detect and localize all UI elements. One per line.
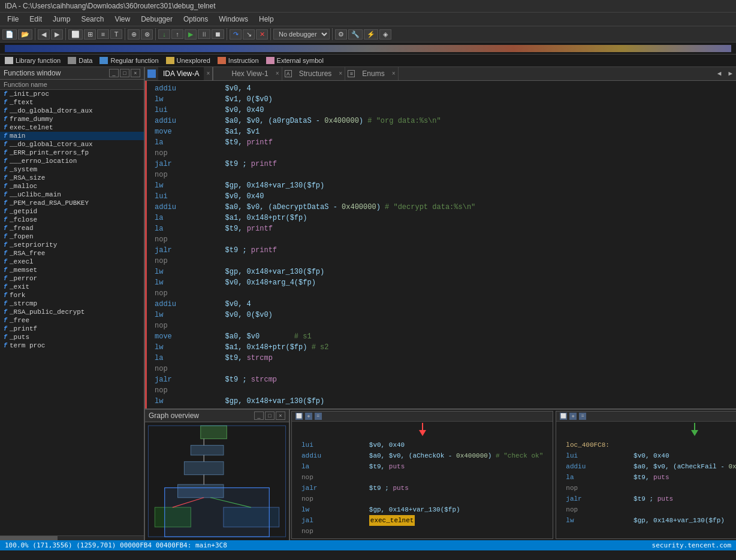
- func-item-main[interactable]: fmain: [0, 132, 144, 140]
- func-name: exec_telnet: [10, 124, 53, 131]
- tab-structures[interactable]: Structures: [294, 67, 337, 80]
- toolbar-back[interactable]: ◀: [38, 29, 50, 40]
- func-item[interactable]: f__do_global_ctors_aux: [0, 140, 144, 149]
- func-item[interactable]: ffork: [0, 291, 144, 299]
- mini-map[interactable]: [145, 422, 289, 540]
- toolbar-up[interactable]: ↑: [171, 29, 183, 39]
- func-item[interactable]: f_perror: [0, 274, 144, 283]
- toolbar-forward[interactable]: ▶: [51, 29, 63, 40]
- func-hscroll-thumb[interactable]: [0, 536, 58, 540]
- tab-scroll-right[interactable]: ▶: [725, 67, 736, 80]
- toolbar-list[interactable]: ≡: [97, 29, 109, 39]
- toolbar-new[interactable]: 📄: [2, 29, 17, 40]
- toolbar-step[interactable]: ↷: [230, 29, 242, 40]
- code-line: lui $v0, 0x40: [297, 440, 548, 450]
- func-item[interactable]: f_exit: [0, 283, 144, 291]
- graph-minimize[interactable]: _: [254, 411, 264, 420]
- func-item[interactable]: f_malloc: [0, 182, 144, 190]
- func-item[interactable]: f_puts: [0, 333, 144, 341]
- func-item[interactable]: f_RSA_public_decrypt: [0, 308, 144, 316]
- menu-debugger[interactable]: Debugger: [136, 14, 177, 25]
- func-item[interactable]: fframe_dummy: [0, 115, 144, 123]
- panel-close[interactable]: ×: [131, 69, 140, 77]
- tab-enums[interactable]: Enums: [357, 67, 389, 80]
- arrow-head-red: [419, 430, 426, 436]
- code-line: lw $v1, 0($v0): [150, 94, 736, 105]
- func-item[interactable]: f_init_proc: [0, 90, 144, 98]
- toolbar-xref2[interactable]: ⊗: [141, 29, 153, 40]
- func-item[interactable]: f_RSA_size: [0, 174, 144, 182]
- func-name: _RSA_public_decrypt: [10, 308, 85, 316]
- func-icon: f: [4, 259, 7, 265]
- func-item[interactable]: f_strcmp: [0, 299, 144, 308]
- func-item[interactable]: f_fread: [0, 224, 144, 232]
- menu-windows[interactable]: Windows: [214, 14, 253, 25]
- func-item[interactable]: f_printf: [0, 325, 144, 333]
- func-item[interactable]: f_execl: [0, 258, 144, 266]
- tab-ida-close[interactable]: ×: [204, 71, 212, 77]
- graph-close[interactable]: ×: [276, 411, 285, 420]
- func-item[interactable]: fterm proc: [0, 341, 144, 350]
- toolbar-red[interactable]: ✕: [256, 29, 268, 40]
- func-hscroll[interactable]: [0, 535, 144, 540]
- func-item[interactable]: f_setpriority: [0, 241, 144, 249]
- graph-float[interactable]: □: [265, 411, 275, 420]
- toolbar-hex[interactable]: ⬜: [68, 29, 83, 40]
- menu-edit[interactable]: Edit: [25, 14, 47, 25]
- func-item[interactable]: f_PEM_read_RSA_PUBKEY: [0, 199, 144, 207]
- func-item[interactable]: f_ERR_print_errors_fp: [0, 149, 144, 157]
- menu-jump[interactable]: Jump: [48, 14, 75, 25]
- toolbar-run[interactable]: ▶: [185, 29, 197, 40]
- panel-maximize[interactable]: □: [120, 69, 129, 77]
- func-item[interactable]: f_system: [0, 165, 144, 174]
- toolbar-misc2[interactable]: 🔧: [348, 29, 363, 40]
- func-name: _ftext: [10, 99, 34, 106]
- tab-enums-close[interactable]: ×: [390, 71, 398, 77]
- toolbar-graph[interactable]: ⊞: [84, 29, 96, 40]
- func-item[interactable]: f_free: [0, 316, 144, 325]
- mnem: lw: [566, 515, 602, 526]
- tab-struct-close[interactable]: ×: [336, 71, 345, 77]
- toolbar-down[interactable]: ↓: [158, 29, 170, 39]
- func-name: _strcmp: [10, 300, 37, 307]
- toolbar-text[interactable]: T: [110, 29, 122, 39]
- func-icon: f: [4, 175, 7, 181]
- toolbar-misc1[interactable]: ⚙: [335, 29, 347, 40]
- menu-options[interactable]: Options: [179, 14, 213, 25]
- func-name: ___errno_location: [10, 158, 77, 165]
- toolbar-xref[interactable]: ⊕: [128, 29, 140, 40]
- menu-help[interactable]: Help: [254, 14, 279, 25]
- func-item[interactable]: f_ftext: [0, 98, 144, 107]
- func-item[interactable]: f_fopen: [0, 232, 144, 241]
- menu-view[interactable]: View: [110, 14, 135, 25]
- debugger-select[interactable]: No debugger: [273, 29, 330, 40]
- toolbar-step2[interactable]: ↘: [243, 29, 255, 40]
- toolbar-misc3[interactable]: ⚡: [364, 29, 378, 40]
- func-item[interactable]: fexec_telnet: [0, 123, 144, 132]
- toolbar-misc4[interactable]: ◈: [379, 29, 391, 40]
- func-item[interactable]: f_memset: [0, 266, 144, 274]
- code-line: addiu $a0, $v0, (aDecryptDataS - 0x40000…: [150, 202, 736, 213]
- func-item[interactable]: f__uClibc_main: [0, 190, 144, 199]
- func-item[interactable]: f_RSA_free: [0, 249, 144, 258]
- ops: $a0, $v0, (a0rgDataS - 0x400000): [191, 116, 367, 126]
- func-item[interactable]: f_fclose: [0, 216, 144, 224]
- func-list[interactable]: f_init_proc f_ftext f__do_global_dtors_a…: [0, 90, 144, 535]
- menu-file[interactable]: File: [2, 14, 23, 25]
- func-item[interactable]: f___errno_location: [0, 157, 144, 165]
- tab-hex-close[interactable]: ×: [273, 71, 282, 77]
- main-code-view[interactable]: addiu $v0, 4 lw $v1, 0($v0) lui $v0, 0x4…: [145, 81, 736, 408]
- code-line: nop: [150, 288, 736, 299]
- tab-scroll-left[interactable]: ◀: [714, 67, 725, 80]
- toolbar-open[interactable]: 📂: [18, 29, 32, 40]
- func-item[interactable]: f_getpid: [0, 207, 144, 216]
- tab-ida-view[interactable]: IDA View-A: [158, 67, 204, 80]
- func-item[interactable]: f__do_global_dtors_aux: [0, 107, 144, 115]
- toolbar-pause[interactable]: ⏹: [212, 29, 224, 39]
- panel-minimize[interactable]: _: [109, 69, 119, 77]
- func-icon: f: [4, 242, 7, 249]
- toolbar-stop[interactable]: ⏸: [198, 29, 210, 39]
- tab-hex-view[interactable]: Hex View-1: [227, 67, 273, 80]
- func-name: _ERR_print_errors_fp: [10, 149, 89, 156]
- menu-search[interactable]: Search: [76, 14, 108, 25]
